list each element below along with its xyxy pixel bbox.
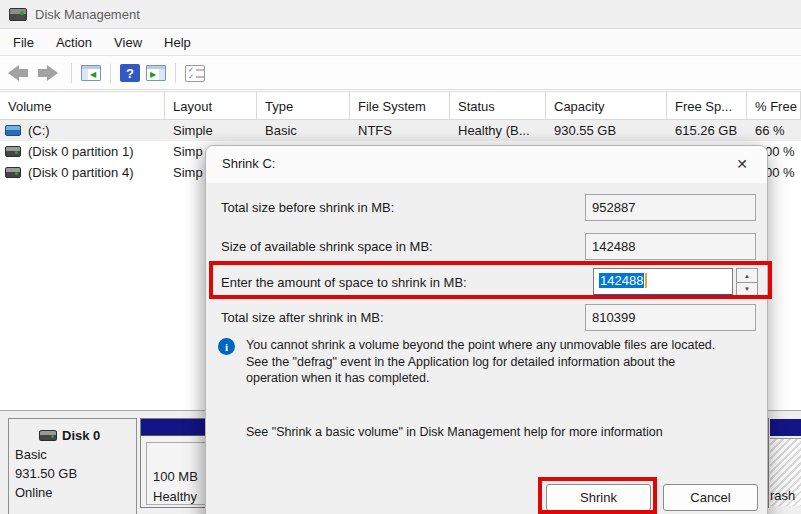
partition-color-bar xyxy=(770,419,801,436)
toolbar-separator xyxy=(110,63,111,83)
partition-icon xyxy=(5,146,21,157)
column-header-volume[interactable]: Volume xyxy=(0,92,165,119)
dialog-titlebar: Shrink C: ✕ xyxy=(206,146,767,183)
cancel-button[interactable]: Cancel xyxy=(663,484,758,511)
window-titlebar: Disk Management xyxy=(0,0,801,29)
toolbar: ◀ ? ▶ ✓ ✓ xyxy=(0,57,801,90)
show-action-pane-icon[interactable]: ▶ xyxy=(146,65,166,81)
volume-row-c[interactable]: (C:) Simple Basic NTFS Healthy (B... 930… xyxy=(0,120,801,141)
shrink-button[interactable]: Shrink xyxy=(546,484,651,511)
menu-help[interactable]: Help xyxy=(153,31,202,54)
disk-icon xyxy=(39,430,57,441)
label-shrink-amount: Enter the amount of space to shrink in M… xyxy=(221,275,467,290)
column-header-status[interactable]: Status xyxy=(450,92,546,119)
checklist-icon[interactable]: ✓ ✓ xyxy=(185,65,205,82)
label-total-after: Total size after shrink in MB: xyxy=(221,310,384,325)
menu-bar: File Action View Help xyxy=(0,30,801,56)
dialog-title: Shrink C: xyxy=(222,156,275,171)
label-total-before: Total size before shrink in MB: xyxy=(221,200,394,215)
shrink-dialog: Shrink C: ✕ Total size before shrink in … xyxy=(205,145,768,514)
text-caret xyxy=(645,273,647,288)
column-header-layout[interactable]: Layout xyxy=(165,92,257,119)
info-icon: i xyxy=(218,338,235,355)
volume-list-header: Volume Layout Type File System Status Ca… xyxy=(0,92,801,120)
forward-icon[interactable] xyxy=(38,64,62,82)
column-header-free-space[interactable]: Free Sp... xyxy=(667,92,747,119)
column-header-pct-free[interactable]: % Free xyxy=(747,92,801,119)
selected-input-text: 142488 xyxy=(599,273,644,288)
spinner-buttons: ▲ ▼ xyxy=(736,268,758,296)
field-available-shrink: 142488 xyxy=(585,233,756,260)
menu-file[interactable]: File xyxy=(2,31,45,54)
window-title: Disk Management xyxy=(35,7,140,22)
disk-size: 931.50 GB xyxy=(15,466,136,481)
field-total-after: 810399 xyxy=(585,304,756,331)
info-text: You cannot shrink a volume beyond the po… xyxy=(246,337,761,387)
help-reference-text: See "Shrink a basic volume" in Disk Mana… xyxy=(246,425,663,439)
label-available-shrink: Size of available shrink space in MB: xyxy=(221,239,433,254)
volume-c-icon xyxy=(5,125,21,136)
column-header-type[interactable]: Type xyxy=(257,92,350,119)
field-total-before: 952887 xyxy=(585,194,756,221)
toolbar-separator xyxy=(175,63,176,83)
back-icon[interactable] xyxy=(8,64,32,82)
partition-icon xyxy=(5,167,21,178)
show-console-tree-icon[interactable]: ◀ xyxy=(81,65,101,81)
toolbar-separator xyxy=(71,63,72,83)
menu-action[interactable]: Action xyxy=(45,31,103,54)
column-header-capacity[interactable]: Capacity xyxy=(546,92,667,119)
spin-down-icon[interactable]: ▼ xyxy=(736,282,758,296)
column-header-file-system[interactable]: File System xyxy=(350,92,450,119)
disk-0-info-box[interactable]: Disk 0 Basic 931.50 GB Online xyxy=(8,418,137,514)
menu-view[interactable]: View xyxy=(103,31,153,54)
disk-management-icon xyxy=(9,8,27,21)
close-icon[interactable]: ✕ xyxy=(731,153,753,175)
help-icon[interactable]: ? xyxy=(120,64,140,82)
shrink-amount-input[interactable]: 142488 xyxy=(593,268,733,296)
spin-up-icon[interactable]: ▲ xyxy=(736,268,758,282)
disk-name: Disk 0 xyxy=(62,428,100,443)
partition-block-selected-fragment[interactable]: rash xyxy=(768,418,801,508)
disk-management-window: Disk Management File Action View Help ◀ … xyxy=(0,0,801,514)
partition-status-fragment: rash xyxy=(770,488,795,503)
disk-type: Basic xyxy=(15,447,136,462)
disk-status: Online xyxy=(15,485,136,500)
